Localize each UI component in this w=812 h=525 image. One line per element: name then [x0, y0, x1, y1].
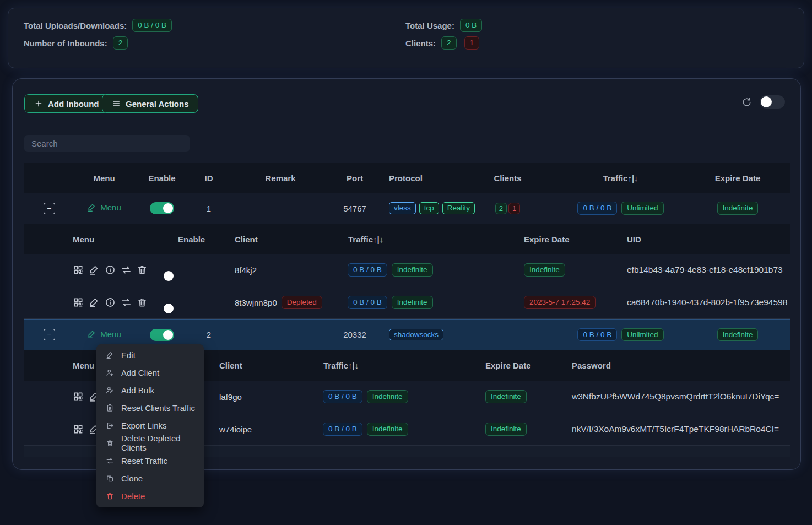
- menu-item-add-bulk[interactable]: Add Bulk: [96, 381, 204, 399]
- refresh-icon[interactable]: [741, 97, 752, 107]
- protocol-tag: shadowsocks: [389, 329, 443, 341]
- stats-panel: Total Uploads/Downloads: 0 B / 0 B Numbe…: [8, 8, 804, 68]
- client-password: nkV/I/3XoAm9v6xMT/T5IcrF4TpeTKF98rHARbRo…: [566, 424, 790, 434]
- qrcode-icon[interactable]: [73, 264, 84, 275]
- copy-icon: [106, 474, 114, 483]
- menu-item-delete-depleted-clients[interactable]: Delete Depleted Clients: [96, 434, 204, 452]
- client-row[interactable]: 8t3wjnn8p0 Depleted 0 B / 0 B Indefinite…: [24, 286, 790, 319]
- number-of-inbounds-value: 2: [113, 36, 128, 50]
- sub-header-client: Client: [213, 361, 301, 370]
- inbound-menu-link[interactable]: Menu: [87, 329, 121, 339]
- inbound-menu-label: Menu: [100, 203, 121, 212]
- sub-header-menu: Menu: [73, 235, 175, 244]
- inbound-row-1[interactable]: − Menu 1 54767 vless tcp Reality 2 1 0 B…: [24, 193, 790, 224]
- pencil-icon: [106, 351, 114, 359]
- total-uploads-downloads-value: 0 B / 0 B: [132, 19, 172, 32]
- client-table-header-row: Menu Enable Client Traffic↑|↓ Expire Dat…: [24, 224, 790, 254]
- dark-mode-toggle[interactable]: [760, 95, 785, 109]
- sub-header-expire: Expire Date: [475, 235, 624, 244]
- client-uid: efb14b43-4a79-4e83-ef18-e48cf1901b73: [624, 265, 790, 275]
- client-row[interactable]: 8f4kj2 0 B / 0 B Indefinite Indefinite e…: [24, 254, 790, 286]
- clients-stat: Clients: 2 1: [405, 36, 479, 50]
- expire-badge: Indefinite: [717, 202, 759, 215]
- pencil-icon: [87, 329, 96, 339]
- header-remark: Remark: [228, 174, 333, 183]
- number-of-inbounds-label: Number of Inbounds:: [24, 39, 107, 48]
- trash-icon: [106, 492, 114, 500]
- number-of-inbounds-stat: Number of Inbounds: 2: [24, 36, 128, 50]
- edit-client-icon[interactable]: [89, 264, 100, 275]
- total-usage-label: Total Usage:: [405, 21, 454, 30]
- inbound-enable-toggle[interactable]: [150, 329, 174, 341]
- client-name-cell: 8t3wjnn8p0 Depleted: [230, 296, 321, 309]
- header-protocol: Protocol: [377, 174, 459, 183]
- clipboard-icon: [106, 404, 114, 412]
- menu-item-add-client[interactable]: Add Client: [96, 364, 204, 381]
- client-expire-badge: Indefinite: [485, 423, 527, 436]
- plus-icon: [34, 99, 43, 108]
- header-traffic-sort[interactable]: Traffic↑|↓: [556, 174, 685, 183]
- menu-item-delete[interactable]: Delete: [96, 487, 204, 505]
- delete-client-icon[interactable]: [137, 264, 148, 275]
- inbound-port: 20332: [333, 330, 377, 339]
- inbound-port: 54767: [333, 204, 377, 213]
- client-name: laf9go: [213, 392, 301, 402]
- inbound-context-menu: Edit Add Client Add Bulk Reset Clients T…: [96, 344, 204, 507]
- table-header-row: Menu Enable ID Remark Port Protocol Clie…: [24, 163, 790, 193]
- client-traffic-badge: 0 B / 0 B: [348, 296, 387, 309]
- menu-item-reset-traffic[interactable]: Reset Traffic: [96, 452, 204, 469]
- protocol-tags: vless tcp Reality: [377, 202, 459, 214]
- info-icon[interactable]: [105, 297, 116, 308]
- total-usage-value: 0 B: [460, 19, 482, 32]
- users-plus-icon: [106, 386, 114, 394]
- header-id: ID: [190, 174, 228, 183]
- add-inbound-label: Add Inbound: [48, 99, 99, 109]
- traffic-badge: 0 B / 0 B: [577, 328, 617, 342]
- menu-item-export-links[interactable]: Export Links: [96, 416, 204, 434]
- export-icon: [106, 421, 114, 430]
- delete-client-icon[interactable]: [137, 297, 148, 308]
- add-inbound-button[interactable]: Add Inbound: [24, 94, 109, 113]
- depleted-status-badge: Depleted: [282, 296, 322, 309]
- info-icon[interactable]: [105, 264, 116, 275]
- collapse-row-button[interactable]: −: [44, 329, 55, 340]
- protocol-tag: vless: [389, 202, 416, 214]
- search-input[interactable]: [24, 135, 190, 152]
- inbound-enable-toggle[interactable]: [150, 202, 174, 214]
- menu-item-edit[interactable]: Edit: [96, 346, 204, 364]
- qrcode-icon[interactable]: [73, 424, 84, 435]
- reset-traffic-icon[interactable]: [121, 264, 132, 275]
- active-clients-badge: 2: [495, 203, 507, 214]
- general-actions-label: General Actions: [126, 99, 188, 109]
- edit-client-icon[interactable]: [89, 297, 100, 308]
- menu-lines-icon: [112, 99, 121, 108]
- general-actions-button[interactable]: General Actions: [102, 94, 198, 113]
- client-traffic-limit-badge: Indefinite: [367, 390, 408, 403]
- sub-header-client: Client: [230, 235, 321, 244]
- qrcode-icon[interactable]: [73, 297, 84, 308]
- sub-header-enable: Enable: [175, 235, 230, 244]
- sub-header-uid: UID: [624, 235, 790, 244]
- header-expire-date: Expire Date: [685, 174, 790, 183]
- reset-traffic-icon[interactable]: [121, 297, 132, 308]
- inbound-menu-link[interactable]: Menu: [87, 203, 121, 212]
- collapse-row-button[interactable]: −: [44, 203, 55, 214]
- menu-item-clone[interactable]: Clone: [96, 469, 204, 487]
- pencil-icon: [87, 203, 96, 212]
- expire-badge: Indefinite: [717, 328, 759, 342]
- qrcode-icon[interactable]: [73, 391, 84, 402]
- inbound-id: 1: [190, 204, 228, 213]
- client-traffic-badge: 0 B / 0 B: [323, 423, 362, 436]
- toggle-knob: [761, 96, 772, 107]
- client-traffic-limit-badge: Indefinite: [367, 423, 408, 436]
- traffic-limit-badge: Unlimited: [621, 328, 663, 342]
- header-clients: Clients: [459, 174, 556, 183]
- sub-header-traffic-sort[interactable]: Traffic↑|↓: [321, 235, 475, 244]
- traffic-badge: 0 B / 0 B: [577, 202, 617, 215]
- menu-item-reset-clients-traffic[interactable]: Reset Clients Traffic: [96, 399, 204, 416]
- client-password: w3NfbzUPf5WWd745Q8pvsmQrdrttT2lO6knuI7Di…: [566, 392, 790, 402]
- client-name: 8t3wjnn8p0: [235, 298, 277, 307]
- sub-header-traffic-sort[interactable]: Traffic↑|↓: [301, 361, 450, 370]
- header-port: Port: [333, 174, 377, 183]
- trash-depleted-icon: [106, 439, 114, 447]
